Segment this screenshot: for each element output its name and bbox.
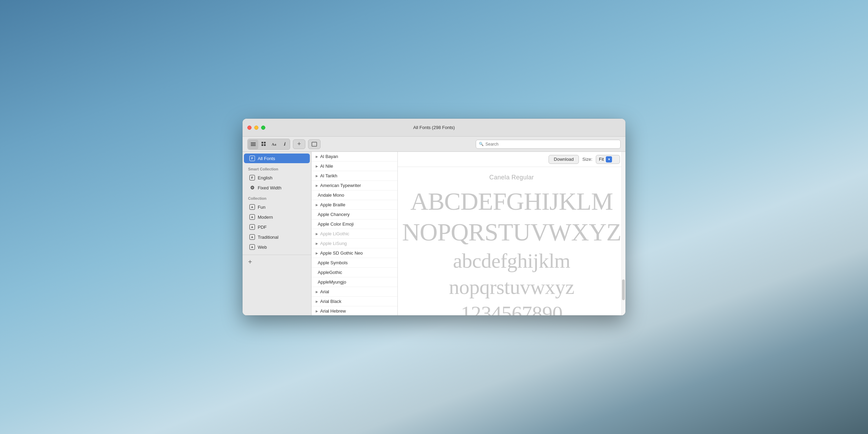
font-list-item[interactable]: ▶Apple SD Gothic Neo (312, 248, 397, 258)
minimize-button[interactable] (254, 126, 258, 130)
preview-font-name: Canela Regular (489, 174, 534, 181)
font-name-label: Al Tarikh (320, 173, 337, 178)
collection-label: Collection (243, 193, 311, 202)
size-select[interactable]: Fit ▼ (596, 155, 620, 164)
search-input[interactable] (485, 142, 618, 147)
font-list-item[interactable]: Apple Color Emoji (312, 219, 397, 229)
font-name-label: Apple Chancery (318, 212, 350, 217)
fun-icon: A (249, 204, 255, 210)
grid-view-button[interactable] (259, 140, 268, 149)
svg-rect-3 (262, 142, 263, 144)
font-name-label: Apple SD Gothic Neo (320, 250, 363, 256)
size-dropdown-arrow: ▼ (606, 156, 612, 162)
preview-button[interactable] (308, 139, 320, 149)
smart-collection-label: Smart Collection (243, 164, 311, 172)
grid-icon (262, 142, 266, 146)
pdf-icon: A (249, 224, 255, 230)
window-title: All Fonts (298 Fonts) (413, 125, 455, 130)
english-label: English (258, 175, 273, 180)
font-name-label: Arial (320, 289, 329, 294)
sidebar-item-all-fonts[interactable]: F All Fonts (244, 154, 310, 163)
traditional-label: Traditional (258, 235, 278, 240)
download-button[interactable]: Download (549, 155, 579, 164)
font-list-item[interactable]: Apple Symbols (312, 258, 397, 268)
all-fonts-icon: F (249, 156, 255, 161)
search-icon: 🔍 (479, 142, 484, 146)
font-list-item[interactable]: Apple Chancery (312, 210, 397, 219)
sidebar-bottom: + (243, 255, 311, 269)
size-label: Size: (582, 157, 592, 162)
font-name-label: AppleMyungjo (318, 279, 346, 285)
all-fonts-label: All Fonts (258, 156, 275, 161)
font-list-item[interactable]: ▶Al Bayan (312, 152, 397, 161)
sidebar-item-traditional[interactable]: A Traditional (244, 232, 310, 242)
add-collection-button[interactable]: + (248, 258, 252, 265)
font-list-item[interactable]: Andale Mono (312, 190, 397, 200)
maximize-button[interactable] (261, 126, 265, 130)
svg-rect-2 (251, 145, 256, 146)
font-arrow-icon: ▶ (316, 309, 318, 313)
font-list-item[interactable]: AppleGothic (312, 268, 397, 277)
info-button[interactable]: ℹ (279, 140, 289, 149)
sidebar-item-web[interactable]: A Web (244, 242, 310, 252)
font-name-label: Apple LiSung (320, 241, 347, 246)
size-value: Fit (599, 157, 604, 162)
fixed-width-icon: ⚙ (249, 185, 255, 190)
font-list-item[interactable]: ▶Apple Braille (312, 200, 397, 210)
preview-icon (312, 142, 317, 147)
font-arrow-icon: ▶ (316, 174, 318, 178)
sidebar-item-fixed-width[interactable]: ⚙ Fixed Width (244, 183, 310, 193)
fixed-width-label: Fixed Width (258, 185, 282, 190)
preview-uppercase2: NOPQRSTUVWXYZ (402, 219, 621, 246)
sidebar-item-pdf[interactable]: A PDF (244, 222, 310, 232)
font-name-label: American Typewriter (320, 183, 361, 188)
font-arrow-icon: ▶ (316, 290, 318, 294)
add-font-button[interactable]: + (293, 139, 305, 149)
font-list: ▶Al Bayan▶Al Nile▶Al Tarikh▶American Typ… (312, 152, 398, 315)
english-icon: F (249, 175, 255, 180)
font-arrow-icon: ▶ (316, 155, 318, 158)
app-window: All Fonts (298 Fonts) Aa ℹ (243, 119, 625, 315)
font-list-item[interactable]: ▶Al Tarikh (312, 171, 397, 181)
preview-area: Download Size: Fit ▼ Canela Regular ABCD… (398, 152, 625, 315)
font-arrow-icon: ▶ (316, 300, 318, 303)
svg-rect-6 (264, 144, 266, 146)
fun-label: Fun (258, 205, 265, 210)
web-icon: A (249, 244, 255, 250)
modern-icon: A (249, 214, 255, 220)
plus-icon: + (297, 140, 301, 148)
font-arrow-icon: ▶ (316, 184, 318, 187)
search-box: 🔍 (476, 140, 621, 149)
sidebar-item-modern[interactable]: A Modern (244, 212, 310, 222)
font-list-item[interactable]: ▶Arial Black (312, 297, 397, 306)
font-list-item[interactable]: ▶Apple LiGothic (312, 229, 397, 239)
font-name-label: Arial Hebrew (320, 308, 346, 314)
preview-scrollbar[interactable] (621, 152, 625, 315)
font-list-item[interactable]: ▶American Typewriter (312, 181, 397, 190)
font-name-label: Andale Mono (318, 193, 344, 198)
svg-rect-5 (262, 144, 263, 146)
list-view-button[interactable] (248, 140, 258, 149)
font-name-label: Apple Color Emoji (318, 221, 354, 227)
font-list-item[interactable]: ▶Arial Hebrew (312, 306, 397, 315)
list-icon (251, 142, 256, 146)
content-area: F All Fonts Smart Collection F English ⚙… (243, 152, 625, 315)
preview-lowercase2: nopqrstuvwxyz (449, 276, 574, 298)
font-list-item[interactable]: ▶Al Nile (312, 161, 397, 171)
preview-scrollbar-thumb (622, 279, 625, 300)
font-name-label: Arial Black (320, 299, 341, 304)
font-list-item[interactable]: AppleMyungjo (312, 277, 397, 287)
close-button[interactable] (247, 126, 251, 130)
font-list-item[interactable]: ▶Apple LiSung (312, 239, 397, 248)
svg-rect-1 (251, 144, 256, 145)
font-arrow-icon: ▶ (316, 251, 318, 255)
sidebar-item-english[interactable]: F English (244, 173, 310, 183)
web-label: Web (258, 245, 267, 250)
font-name-label: Al Bayan (320, 154, 338, 159)
font-name-label: Apple LiGothic (320, 231, 349, 236)
sample-view-button[interactable]: Aa (269, 140, 279, 149)
traditional-icon: A (249, 234, 255, 240)
sidebar-item-fun[interactable]: A Fun (244, 202, 310, 212)
font-name-label: Al Nile (320, 164, 333, 169)
font-list-item[interactable]: ▶Arial (312, 287, 397, 297)
